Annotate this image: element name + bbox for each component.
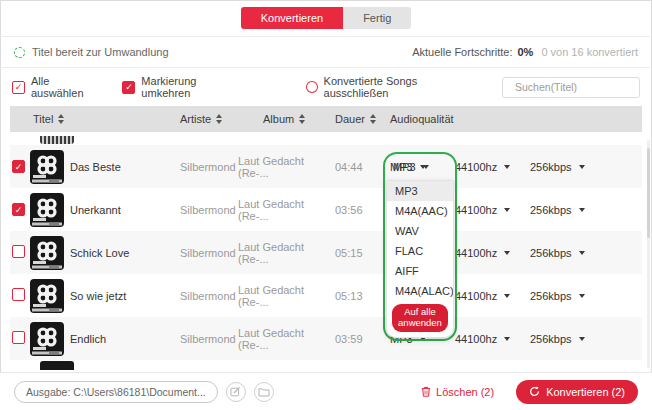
- exclude-radio-icon: [306, 81, 318, 93]
- track-artist: Silbermond: [180, 247, 238, 259]
- bitrate-select[interactable]: 256kbps: [525, 290, 642, 302]
- row-checkbox[interactable]: [12, 160, 25, 173]
- exclude-converted-label: Konvertierte Songs ausschließen: [324, 75, 484, 99]
- track-artist: Silbermond: [180, 204, 238, 216]
- invert-selection-label: Markierung umkehren: [141, 75, 247, 99]
- chevron-down-icon: [579, 251, 585, 255]
- sort-icon: [58, 114, 64, 124]
- header-title[interactable]: Titel: [10, 113, 180, 125]
- row-checkbox[interactable]: [12, 331, 25, 344]
- open-folder-button[interactable]: [254, 382, 274, 402]
- track-title: So wie jetzt: [70, 290, 180, 302]
- chevron-down-icon: [504, 337, 510, 341]
- row-checkbox[interactable]: [12, 245, 25, 258]
- row-checkbox[interactable]: [12, 203, 25, 216]
- bitrate-select[interactable]: 256kbps: [525, 247, 642, 259]
- samplerate-select[interactable]: 44100hz: [450, 333, 525, 345]
- chevron-down-icon: [504, 294, 510, 298]
- audio-format-dropdown: MP3 MP3 M4A(AAC) WAV FLAC AIFF M4A(ALAC)…: [383, 152, 457, 341]
- header-duration[interactable]: Dauer: [330, 113, 385, 125]
- invert-selection-checkbox-icon: [122, 81, 135, 94]
- pencil-icon: [230, 386, 241, 397]
- bitrate-select[interactable]: 256kbps: [525, 204, 642, 216]
- header-album[interactable]: Album: [238, 113, 330, 125]
- format-option-mp3[interactable]: MP3: [387, 181, 453, 201]
- sort-icon: [216, 114, 222, 124]
- header-quality: Audioqualität: [385, 113, 642, 125]
- track-title: Schick Love: [70, 247, 180, 259]
- table-row[interactable]: Das Beste Silbermond Laut Gedacht (Re-..…: [10, 145, 642, 188]
- chevron-down-icon: [579, 294, 585, 298]
- table-row[interactable]: Unerkannt Silbermond Laut Gedacht (Re-..…: [10, 188, 642, 231]
- track-duration: 03:59: [330, 333, 385, 345]
- track-album: Laut Gedacht (Re-...: [238, 198, 330, 222]
- status-bar: Titel bereit zur Umwandlung Aktuelle For…: [0, 37, 652, 68]
- tab-fertig[interactable]: Fertig: [343, 7, 411, 29]
- format-select-open[interactable]: MP3: [385, 154, 455, 180]
- format-option-flac[interactable]: FLAC: [387, 241, 453, 261]
- album-art: [30, 236, 70, 270]
- samplerate-select[interactable]: 44100hz: [450, 290, 525, 302]
- invert-selection-control[interactable]: Markierung umkehren: [122, 75, 247, 99]
- track-duration: 04:44: [330, 161, 385, 173]
- status-text: Titel bereit zur Umwandlung: [32, 46, 169, 58]
- spinner-icon: [14, 47, 25, 58]
- track-title: Endlich: [70, 333, 180, 345]
- partial-row-above: [10, 132, 642, 145]
- track-title: Unerkannt: [70, 204, 180, 216]
- chevron-down-icon: [504, 208, 510, 212]
- format-option-m4a-alac[interactable]: M4A(ALAC): [387, 281, 453, 301]
- refresh-icon: [529, 386, 540, 397]
- album-art: [30, 322, 70, 356]
- delete-button[interactable]: Löschen (2): [421, 386, 494, 398]
- track-artist: Silbermond: [180, 161, 238, 173]
- track-album: Laut Gedacht (Re-...: [238, 327, 330, 351]
- scrollbar-thumb[interactable]: [647, 148, 650, 238]
- track-artist: Silbermond: [180, 290, 238, 302]
- edit-output-button[interactable]: [226, 382, 246, 402]
- search-input[interactable]: [515, 81, 650, 93]
- album-art-partial: [40, 361, 74, 370]
- format-option-aiff[interactable]: AIFF: [387, 261, 453, 281]
- footer-bar: Ausgabe: C:\Users\86181\Document... Lösc…: [0, 372, 652, 410]
- track-album: Laut Gedacht (Re-...: [238, 284, 330, 308]
- track-artist: Silbermond: [180, 333, 238, 345]
- progress-value: 0%: [517, 46, 533, 58]
- samplerate-select[interactable]: 44100hz: [450, 161, 525, 173]
- scrollbar[interactable]: [647, 140, 650, 368]
- progress-label: Aktuelle Fortschritte:: [412, 46, 512, 58]
- album-art: [30, 279, 70, 313]
- exclude-converted-control[interactable]: Konvertierte Songs ausschließen: [306, 75, 484, 99]
- convert-button[interactable]: Konvertieren (2): [516, 380, 638, 404]
- header-artist[interactable]: Artiste: [180, 113, 238, 125]
- chevron-down-icon: [579, 337, 585, 341]
- row-checkbox[interactable]: [12, 288, 25, 301]
- selection-toolbar: Alle auswählen Markierung umkehren Konve…: [0, 68, 652, 106]
- sort-icon: [370, 114, 376, 124]
- select-all-control[interactable]: Alle auswählen: [12, 75, 104, 99]
- track-duration: 03:56: [330, 204, 385, 216]
- album-art-partial: [40, 136, 74, 144]
- table-row[interactable]: Endlich Silbermond Laut Gedacht (Re-... …: [10, 317, 642, 360]
- output-path[interactable]: Ausgabe: C:\Users\86181\Document...: [14, 381, 218, 403]
- table-row[interactable]: So wie jetzt Silbermond Laut Gedacht (Re…: [10, 274, 642, 317]
- format-option-wav[interactable]: WAV: [387, 221, 453, 241]
- samplerate-select[interactable]: 44100hz: [450, 204, 525, 216]
- album-art: [30, 193, 70, 227]
- format-option-m4a-aac[interactable]: M4A(AAC): [387, 201, 453, 221]
- track-duration: 05:13: [330, 290, 385, 302]
- folder-icon: [258, 387, 270, 397]
- format-option-list: MP3 M4A(AAC) WAV FLAC AIFF M4A(ALAC) Auf…: [386, 180, 454, 338]
- bitrate-select[interactable]: 256kbps: [525, 333, 642, 345]
- search-box[interactable]: [502, 77, 640, 98]
- chevron-down-icon: [504, 251, 510, 255]
- partial-row-below: [10, 360, 642, 372]
- table-row[interactable]: Schick Love Silbermond Laut Gedacht (Re-…: [10, 231, 642, 274]
- progress-detail: 0 von 16 konvertiert: [541, 46, 638, 58]
- sort-icon: [299, 114, 305, 124]
- apply-to-all-button[interactable]: Auf alle anwenden: [392, 304, 448, 332]
- bitrate-select[interactable]: 256kbps: [525, 161, 642, 173]
- converter-window: Konvertieren Fertig Titel bereit zur Umw…: [0, 0, 652, 410]
- tab-konvertieren[interactable]: Konvertieren: [241, 7, 343, 29]
- samplerate-select[interactable]: 44100hz: [450, 247, 525, 259]
